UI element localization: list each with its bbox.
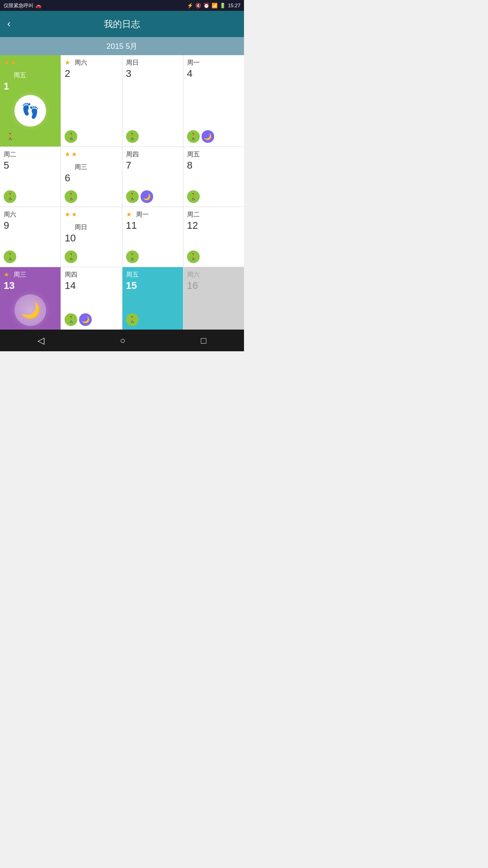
day-number: 4 xyxy=(187,68,192,80)
day-cell-6[interactable]: ★★ 周三 6 🚶 xyxy=(61,147,122,207)
car-icon: 🚗 xyxy=(35,3,42,9)
day-number: 16 xyxy=(187,280,198,292)
walk-icon: 🚶 xyxy=(4,250,16,263)
moon-icon: 🌙 xyxy=(79,313,92,326)
walk-icon: 🚶 xyxy=(65,250,77,263)
calendar-grid: ★★ 周五 1 👣 🚶 ★ 周六 2 🚶 周日 3 🚶 xyxy=(0,55,244,330)
day-name: 周日 xyxy=(75,223,87,231)
day-name: 周二 xyxy=(4,151,16,159)
day-cell-2[interactable]: ★ 周六 2 🚶 xyxy=(61,55,122,146)
walk-icon: 🚶 xyxy=(187,130,200,143)
star-icon: ★ xyxy=(71,151,77,158)
walk-icon: 🚶 xyxy=(126,190,139,203)
day-cell-10[interactable]: ★★ 周日 10 🚶 xyxy=(61,207,122,267)
icons-row: 🚶 xyxy=(65,247,77,263)
day-cell-14[interactable]: 周四 14 🚶🌙 xyxy=(61,267,122,330)
day-cell-13[interactable]: ★ 周三 13 🌙 xyxy=(0,267,61,330)
day-name: 周一 xyxy=(187,59,200,67)
walk-icon: 🚶 xyxy=(126,250,139,263)
day-name: 周二 xyxy=(187,211,200,219)
walk-icon: 🚶 xyxy=(65,190,77,203)
day-name: 周一 xyxy=(136,211,149,219)
icons-row: 🚶🌙 xyxy=(126,187,153,203)
day-number: 5 xyxy=(4,160,9,171)
star-icon: ★ xyxy=(126,211,132,218)
recent-nav-button[interactable]: □ xyxy=(190,332,217,349)
day-number: 14 xyxy=(65,280,75,292)
day-number: 15 xyxy=(126,280,137,292)
walk-icon: 🚶 xyxy=(126,130,139,143)
icons-row: 🚶 xyxy=(4,127,16,143)
day-number: 11 xyxy=(126,220,137,231)
day-cell-1[interactable]: ★★ 周五 1 👣 🚶 xyxy=(0,55,61,146)
icons-row: 🚶🌙 xyxy=(187,127,214,143)
day-name: 周五 xyxy=(187,151,200,159)
icons-row: 🚶 xyxy=(126,310,139,326)
walk-icon: 🚶 xyxy=(65,313,77,326)
day-name: 周四 xyxy=(65,271,77,279)
star-row: ★★ xyxy=(65,211,77,218)
icons-row: 🚶 xyxy=(65,187,77,203)
day-name: 周六 xyxy=(75,59,87,67)
star-row: ★★ xyxy=(65,151,77,158)
day-number: 6 xyxy=(65,172,70,184)
walk-icon: 🚶 xyxy=(4,130,16,143)
day-number: 2 xyxy=(65,68,70,80)
day-number: 10 xyxy=(65,232,75,244)
walk-icon: 🚶 xyxy=(187,190,200,203)
walk-icon: 🚶 xyxy=(187,250,200,263)
star-row: ★★ xyxy=(4,59,16,66)
mute-icon: 🔇 xyxy=(195,3,202,9)
day-cell-15[interactable]: 周五 15 🚶 xyxy=(122,267,183,330)
day-cell-11[interactable]: ★ 周一 11 🚶 xyxy=(122,207,183,267)
day-name: 周三 xyxy=(14,271,26,279)
star-icon: ★ xyxy=(65,151,70,158)
month-label: 2015 5月 xyxy=(107,41,138,52)
star-row: ★ xyxy=(4,271,9,278)
header: ‹ 我的日志 xyxy=(0,11,244,37)
star-icon: ★ xyxy=(65,211,70,218)
icons-row: 🚶🌙 xyxy=(65,310,92,326)
day-cell-4[interactable]: 周一 4 🚶🌙 xyxy=(183,55,244,146)
icons-row: 🚶 xyxy=(187,247,200,263)
day-number: 8 xyxy=(187,160,192,171)
day-name: 周五 xyxy=(126,271,139,279)
day-name: 周六 xyxy=(187,271,200,279)
star-row: ★ xyxy=(126,211,132,218)
day-cell-3[interactable]: 周日 3 🚶 xyxy=(122,55,183,146)
day-name: 周六 xyxy=(4,211,16,219)
day-cell-8[interactable]: 周五 8 🚶 xyxy=(183,147,244,207)
day-number: 1 xyxy=(4,80,9,92)
day-name: 周四 xyxy=(126,151,139,159)
emergency-text: 仅限紧急呼叫 xyxy=(4,2,33,9)
icons-row: 🚶 xyxy=(65,127,77,143)
walk-icon: 🚶 xyxy=(65,130,77,143)
day-number: 3 xyxy=(126,68,131,80)
bottom-nav: ◁ ○ □ xyxy=(0,330,244,351)
day-number: 9 xyxy=(4,220,9,231)
day-cell-7[interactable]: 周四 7 🚶🌙 xyxy=(122,147,183,207)
walk-icon: 🚶 xyxy=(126,313,139,326)
star-icon: ★ xyxy=(4,59,9,66)
moon-big-icon: 🌙 xyxy=(20,301,41,320)
day-name: 周日 xyxy=(126,59,139,67)
icons-row: 🚶 xyxy=(126,127,139,143)
back-button[interactable]: ‹ xyxy=(7,18,10,30)
star-icon: ★ xyxy=(10,59,16,66)
star-icon: ★ xyxy=(71,211,77,218)
day-number: 12 xyxy=(187,220,198,231)
day-cell-16[interactable]: 周六 16 xyxy=(183,267,244,330)
bluetooth-icon: ⚡ xyxy=(187,3,193,9)
day-cell-12[interactable]: 周二 12 🚶 xyxy=(183,207,244,267)
day-cell-9[interactable]: 周六 9 🚶 xyxy=(0,207,61,267)
icons-row: 🚶 xyxy=(4,187,16,203)
icons-row: 🚶 xyxy=(187,187,200,203)
home-nav-button[interactable]: ○ xyxy=(109,332,136,349)
moon-illustration: 🌙 xyxy=(4,294,57,326)
status-bar: 仅限紧急呼叫 🚗 ⚡ 🔇 ⏰ 📶 🔋 15:27 xyxy=(0,0,244,11)
star-icon: ★ xyxy=(4,271,9,278)
day-cell-5[interactable]: 周二 5 🚶 xyxy=(0,147,61,207)
moon-icon: 🌙 xyxy=(141,190,153,203)
back-nav-button[interactable]: ◁ xyxy=(27,331,55,349)
footprint-illustration: 👣 xyxy=(4,95,57,127)
